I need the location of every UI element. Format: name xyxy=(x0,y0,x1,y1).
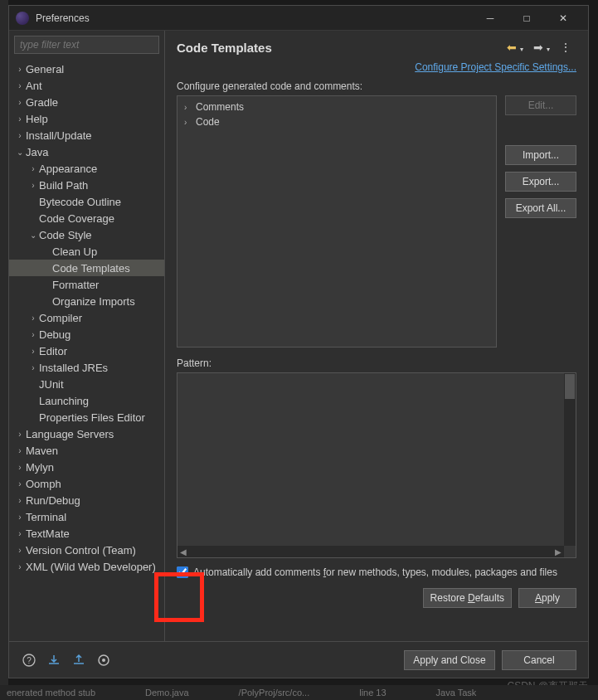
tree-item-formatter[interactable]: Formatter xyxy=(9,276,164,293)
cancel-button[interactable]: Cancel xyxy=(502,650,576,670)
tree-item-java[interactable]: ⌄Java xyxy=(9,143,164,160)
templates-item-code[interactable]: ›Code xyxy=(181,114,493,129)
tree-item-help[interactable]: ›Help xyxy=(9,110,164,127)
tree-item-label: XML (Wild Web Developer) xyxy=(26,561,156,573)
pattern-vscroll[interactable] xyxy=(564,373,576,546)
tree-item-install-update[interactable]: ›Install/Update xyxy=(9,127,164,143)
chevron-right-icon[interactable]: › xyxy=(27,314,39,323)
tree-item-general[interactable]: ›General xyxy=(9,61,164,77)
dialog-footer: ? Apply and Close Cancel xyxy=(9,641,588,678)
tree-item-code-templates[interactable]: Code Templates xyxy=(9,260,164,276)
tree-item-label: Version Control (Team) xyxy=(26,544,136,557)
chevron-right-icon[interactable]: › xyxy=(14,430,26,439)
tree-item-bytecode-outline[interactable]: Bytecode Outline xyxy=(9,193,164,210)
chevron-right-icon[interactable]: › xyxy=(14,479,26,489)
chevron-right-icon[interactable]: › xyxy=(14,546,26,555)
chevron-right-icon[interactable]: › xyxy=(14,529,26,538)
tree-item-code-style[interactable]: ⌄Code Style xyxy=(9,226,164,243)
menu-button[interactable]: ⋮ xyxy=(555,39,576,56)
templates-item-comments[interactable]: ›Comments xyxy=(181,100,493,114)
tree-item-compiler[interactable]: ›Compiler xyxy=(9,309,164,326)
tree-item-label: JUnit xyxy=(39,378,64,391)
export-button[interactable]: Export... xyxy=(505,172,576,192)
tree-item-label: Code Templates xyxy=(52,262,130,275)
export-prefs-icon[interactable] xyxy=(70,652,87,668)
chevron-right-icon[interactable]: › xyxy=(27,181,39,190)
chevron-right-icon[interactable]: › xyxy=(14,65,26,74)
tree-item-label: Organize Imports xyxy=(52,295,135,308)
tree-item-mylyn[interactable]: ›Mylyn xyxy=(9,459,164,475)
tree-item-launching[interactable]: Launching xyxy=(9,392,164,409)
window-title: Preferences xyxy=(36,12,90,24)
tree-item-editor[interactable]: ›Editor xyxy=(9,343,164,359)
chevron-down-icon[interactable]: ⌄ xyxy=(14,148,26,157)
close-button[interactable]: ✕ xyxy=(545,7,581,30)
title-bar: Preferences ─ □ ✕ xyxy=(9,6,588,31)
chevron-right-icon[interactable]: › xyxy=(14,98,26,107)
tree-item-label: Properties Files Editor xyxy=(39,411,145,424)
auto-comments-checkbox[interactable] xyxy=(177,566,188,578)
tree-item-xml-wild-web-developer-[interactable]: ›XML (Wild Web Developer) xyxy=(9,558,164,575)
tree-item-version-control-team-[interactable]: ›Version Control (Team) xyxy=(9,542,164,558)
eclipse-icon xyxy=(16,12,29,25)
filter-input[interactable] xyxy=(14,36,159,54)
chevron-down-icon[interactable]: ⌄ xyxy=(27,231,39,240)
apply-button[interactable]: Apply xyxy=(518,588,576,608)
export-all-button[interactable]: Export All... xyxy=(505,198,576,218)
tree-item-code-coverage[interactable]: Code Coverage xyxy=(9,210,164,226)
tree-item-oomph[interactable]: ›Oomph xyxy=(9,475,164,492)
chevron-right-icon[interactable]: › xyxy=(14,81,26,90)
chevron-right-icon[interactable]: › xyxy=(27,363,39,372)
forward-button[interactable]: ➡ ▾ xyxy=(528,39,555,56)
help-icon[interactable]: ? xyxy=(21,652,37,668)
apply-and-close-button[interactable]: Apply and Close xyxy=(404,650,495,670)
tree-item-appearance[interactable]: ›Appearance xyxy=(9,160,164,177)
preferences-tree[interactable]: ›General›Ant›Gradle›Help›Install/Update⌄… xyxy=(9,59,164,641)
tree-item-label: Gradle xyxy=(26,96,58,109)
tree-item-terminal[interactable]: ›Terminal xyxy=(9,508,164,525)
tree-item-gradle[interactable]: ›Gradle xyxy=(9,94,164,110)
tree-item-language-servers[interactable]: ›Language Servers xyxy=(9,425,164,442)
minimize-button[interactable]: ─ xyxy=(472,7,508,30)
svg-point-3 xyxy=(102,659,105,662)
tree-item-label: Installed JREs xyxy=(39,362,108,374)
chevron-right-icon[interactable]: › xyxy=(27,347,39,356)
auto-comments-label[interactable]: Automatically add comments for new metho… xyxy=(193,566,557,578)
chevron-right-icon[interactable]: › xyxy=(14,496,26,505)
tree-item-installed-jres[interactable]: ›Installed JREs xyxy=(9,359,164,376)
tree-item-properties-files-editor[interactable]: Properties Files Editor xyxy=(9,409,164,425)
tree-item-maven[interactable]: ›Maven xyxy=(9,442,164,459)
tree-item-ant[interactable]: ›Ant xyxy=(9,77,164,94)
chevron-right-icon[interactable]: › xyxy=(14,114,26,124)
tree-item-junit[interactable]: JUnit xyxy=(9,376,164,392)
tree-item-label: Clean Up xyxy=(52,245,97,258)
chevron-right-icon[interactable]: › xyxy=(14,131,26,140)
chevron-right-icon[interactable]: › xyxy=(14,446,26,455)
oomph-icon[interactable] xyxy=(95,652,112,668)
tree-item-label: Formatter xyxy=(52,279,99,291)
templates-tree[interactable]: ›Comments ›Code xyxy=(177,95,497,348)
tree-item-run-debug[interactable]: ›Run/Debug xyxy=(9,492,164,508)
chevron-right-icon[interactable]: › xyxy=(14,463,26,472)
tree-item-debug[interactable]: ›Debug xyxy=(9,326,164,343)
chevron-right-icon[interactable]: › xyxy=(14,513,26,522)
tree-item-organize-imports[interactable]: Organize Imports xyxy=(9,293,164,309)
chevron-right-icon[interactable]: › xyxy=(27,164,39,173)
tree-item-build-path[interactable]: ›Build Path xyxy=(9,177,164,193)
pattern-textarea[interactable]: ◀▶ xyxy=(177,372,576,558)
restore-defaults-button[interactable]: Restore Defaults xyxy=(423,588,512,608)
auto-comments-row: Automatically add comments for new metho… xyxy=(177,566,576,578)
back-button[interactable]: ⬅ ▾ xyxy=(502,39,528,56)
pattern-hscroll[interactable]: ◀▶ xyxy=(177,546,564,557)
import-prefs-icon[interactable] xyxy=(46,652,62,668)
import-button[interactable]: Import... xyxy=(505,145,576,165)
maximize-button[interactable]: □ xyxy=(508,7,545,30)
project-specific-link[interactable]: Configure Project Specific Settings... xyxy=(415,61,576,73)
chevron-right-icon[interactable]: › xyxy=(14,562,26,571)
tree-item-label: Code Coverage xyxy=(39,212,114,225)
tree-item-label: Code Style xyxy=(39,229,92,241)
tree-item-textmate[interactable]: ›TextMate xyxy=(9,525,164,542)
tree-item-clean-up[interactable]: Clean Up xyxy=(9,243,164,260)
chevron-right-icon[interactable]: › xyxy=(27,330,39,339)
tree-item-label: Compiler xyxy=(39,312,82,324)
